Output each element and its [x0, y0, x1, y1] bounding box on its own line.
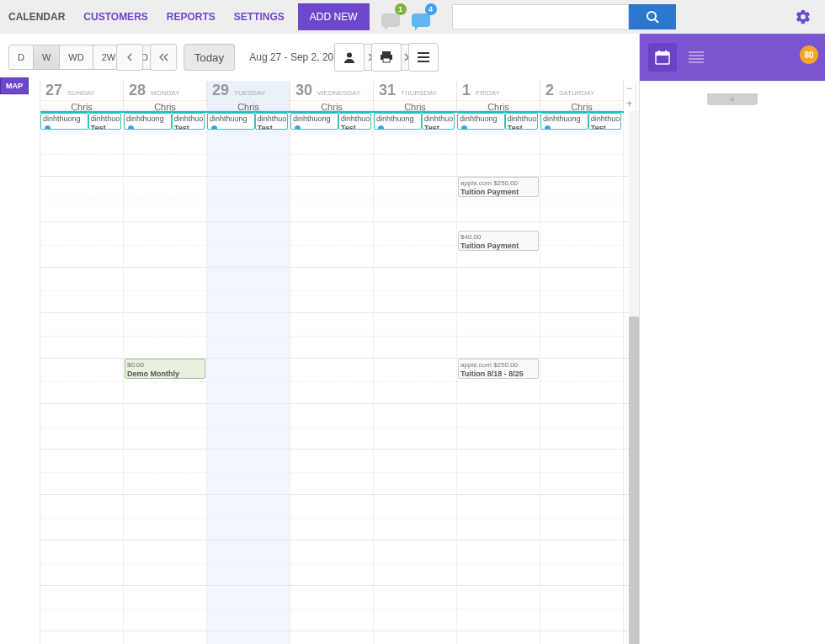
allday-event[interactable]: dinhthuoTestService	[505, 113, 538, 130]
time-cell[interactable]	[457, 450, 540, 494]
time-cell[interactable]	[207, 450, 290, 494]
chat-notification[interactable]: 1	[381, 7, 405, 27]
calendar-event[interactable]: apple.com $250.00Tuition 8/18 - 8/25Chri…	[458, 359, 539, 379]
time-cell[interactable]	[290, 495, 374, 540]
today-button[interactable]: Today	[184, 44, 236, 71]
allday-cell[interactable]: dinhthuongTest ServiThuong TrdinhthuoTes…	[290, 113, 374, 131]
time-cell[interactable]	[40, 313, 124, 358]
time-cell[interactable]	[207, 631, 290, 644]
allday-cell[interactable]: dinhthuongTest ServiThuong TrdinhthuoTes…	[540, 113, 624, 131]
time-cell[interactable]	[207, 222, 290, 267]
add-new-button[interactable]: ADD NEW	[298, 3, 370, 30]
time-cell[interactable]	[540, 177, 624, 221]
time-cell[interactable]	[207, 540, 290, 585]
time-cell[interactable]	[374, 268, 457, 312]
time-cell[interactable]	[540, 313, 624, 358]
time-cell[interactable]	[540, 404, 624, 449]
time-cell[interactable]	[124, 177, 207, 221]
settings-gear-icon[interactable]	[795, 8, 812, 25]
tab-settings[interactable]: SETTINGS	[234, 11, 285, 23]
allday-event[interactable]: dinhthuoTestService	[338, 113, 371, 130]
day-header[interactable]: 29TUESDAYChris	[207, 81, 290, 111]
allday-cell[interactable]: dinhthuongTest ServiThuong TrdinhthuoTes…	[207, 113, 290, 131]
day-header[interactable]: 1FRIDAYChris	[457, 81, 540, 111]
time-cell[interactable]	[540, 131, 624, 176]
allday-cell[interactable]: dinhthuongTest ServiThuong TrdinhthuoTes…	[124, 113, 207, 131]
time-cell[interactable]	[124, 404, 207, 449]
calendar-event[interactable]: $0.00Demo MonthlyService Chadder	[125, 359, 205, 379]
time-cell[interactable]	[40, 131, 124, 176]
day-header[interactable]: 27SUNDAYChris	[40, 81, 124, 111]
time-cell[interactable]	[40, 268, 124, 312]
allday-event[interactable]: dinhthuoTestService	[255, 113, 288, 130]
allday-event[interactable]: dinhthuoTestService	[88, 113, 121, 130]
time-cell[interactable]	[540, 268, 624, 312]
prev-fast-button[interactable]	[150, 44, 177, 71]
allday-event[interactable]: dinhthuoTestService	[422, 113, 455, 130]
allday-event[interactable]: dinhthuongTest ServiThuong Tr	[540, 113, 588, 130]
side-list-view[interactable]	[682, 43, 711, 72]
calendar-event[interactable]: $40.00Tuition PaymentChad Moreschi	[458, 231, 539, 251]
time-cell[interactable]	[290, 631, 374, 644]
time-cell[interactable]	[290, 177, 374, 221]
time-cell[interactable]	[374, 222, 457, 267]
calendar-event[interactable]: apple.com $250.00Tuition PaymentChris Mo…	[458, 177, 539, 197]
allday-event[interactable]: dinhthuongTest ServiThuong Tr	[457, 113, 505, 130]
day-header[interactable]: 2SATURDAYChris	[540, 81, 624, 111]
time-cell[interactable]	[290, 586, 374, 631]
tab-customers[interactable]: CUSTOMERS	[83, 11, 147, 23]
message-notification[interactable]: 4	[412, 7, 435, 27]
time-cell[interactable]	[124, 495, 207, 540]
time-cell[interactable]	[457, 631, 540, 644]
time-cell[interactable]	[374, 313, 457, 358]
allday-event[interactable]: dinhthuoTestService	[172, 113, 205, 130]
tab-reports[interactable]: REPORTS	[167, 11, 216, 23]
allday-cell[interactable]: dinhthuongTest ServiThuong TrdinhthuoTes…	[40, 113, 124, 131]
time-cell[interactable]	[124, 222, 207, 267]
scrollbar-thumb[interactable]	[629, 317, 639, 644]
allday-event[interactable]: dinhthuongTest ServiThuong Tr	[40, 113, 88, 130]
time-cell[interactable]	[540, 631, 624, 644]
search-input[interactable]	[452, 4, 629, 29]
time-cell[interactable]	[374, 540, 457, 585]
time-cell[interactable]	[207, 404, 290, 449]
time-cell[interactable]	[207, 131, 290, 176]
time-cell[interactable]	[207, 268, 290, 312]
allday-cell[interactable]: dinhthuongTest ServiThuong TrdinhthuoTes…	[457, 113, 540, 131]
view-day[interactable]: D	[9, 45, 34, 69]
day-header[interactable]: 28MONDAYChris	[124, 81, 207, 111]
time-cell[interactable]	[374, 450, 457, 494]
time-cell[interactable]	[540, 495, 624, 540]
time-cell[interactable]	[457, 540, 540, 585]
day-header[interactable]: 31THURSDAYChris	[374, 81, 457, 111]
time-cell[interactable]	[40, 404, 124, 449]
time-cell[interactable]	[290, 359, 374, 403]
user-view-button[interactable]	[334, 43, 365, 72]
allday-cell[interactable]: dinhthuongTest ServiThuong TrdinhthuoTes…	[374, 113, 457, 131]
time-cell[interactable]	[207, 177, 290, 221]
time-cell[interactable]	[40, 631, 124, 644]
map-toggle[interactable]: MAP	[0, 77, 29, 94]
time-cell[interactable]	[290, 540, 374, 585]
time-cell[interactable]	[290, 313, 374, 358]
time-cell[interactable]	[40, 540, 124, 585]
time-cell[interactable]	[374, 586, 457, 631]
view-week[interactable]: W	[34, 45, 60, 69]
time-cell[interactable]: $40.00Tuition PaymentChad Moreschi	[457, 222, 540, 267]
time-cell[interactable]	[540, 450, 624, 494]
time-cell[interactable]	[207, 313, 290, 358]
time-cell[interactable]	[540, 222, 624, 267]
time-cell[interactable]	[40, 586, 124, 631]
time-cell[interactable]	[374, 359, 457, 403]
time-cell[interactable]	[457, 268, 540, 312]
time-cell[interactable]	[457, 586, 540, 631]
time-cell[interactable]: apple.com $250.00Tuition PaymentChris Mo…	[457, 177, 540, 221]
allday-event[interactable]: dinhthuongTest ServiThuong Tr	[124, 113, 172, 130]
time-cell[interactable]	[124, 313, 207, 358]
day-header-expand[interactable]: −+	[624, 81, 636, 111]
time-cell[interactable]	[207, 586, 290, 631]
time-cell[interactable]	[374, 631, 457, 644]
prev-period-button[interactable]	[116, 44, 143, 71]
time-cell[interactable]	[457, 313, 540, 358]
time-cell[interactable]	[457, 495, 540, 540]
